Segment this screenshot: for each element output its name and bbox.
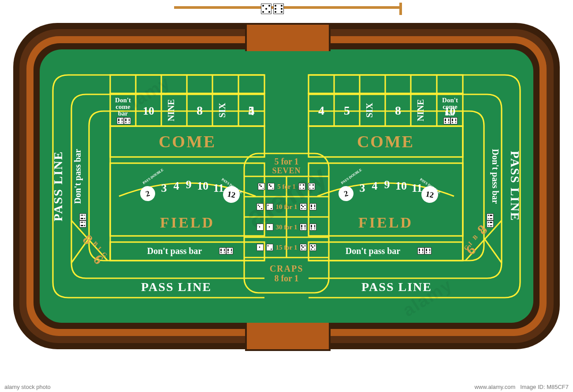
svg-text:Don't: Don't <box>442 97 458 104</box>
bar-dice-left-bot <box>219 247 233 256</box>
footer-right: www.alamy.com Image ID: M85CF7 <box>474 384 569 390</box>
prop-5-11: 10 for 1 <box>244 199 329 214</box>
svg-text:8 for 1: 8 for 1 <box>274 273 298 283</box>
svg-text:bar: bar <box>118 110 128 117</box>
svg-text:11: 11 <box>213 182 224 194</box>
svg-text:3: 3 <box>360 182 365 194</box>
point-10-right: 10 <box>437 105 463 118</box>
come-right: COME <box>357 132 414 151</box>
footer: alamy stock photo www.alamy.com Image ID… <box>0 384 573 390</box>
dont-pass-left-bottom: Don't pass bar <box>147 246 202 256</box>
dont-pass-right-vertical: Don't pass bar <box>490 149 500 204</box>
pass-line-right-bottom: PASS LINE <box>361 280 432 294</box>
craps-table-illustration: PASS LINE PASS LINE Don't pass bar Don't… <box>0 0 573 392</box>
svg-text:Don't: Don't <box>115 97 131 104</box>
svg-text:SIX: SIX <box>365 103 374 118</box>
svg-text:B: B <box>472 234 479 241</box>
field-right: FIELD <box>358 214 413 231</box>
prop-2-12: 30 for 1 <box>244 220 329 235</box>
bar-dice-left-vert <box>79 213 88 228</box>
svg-text:5: 5 <box>344 104 350 117</box>
footer-left: alamy stock photo <box>4 384 51 390</box>
svg-text:4: 4 <box>174 179 179 192</box>
betting-layout: PASS LINE PASS LINE Don't pass bar Don't… <box>0 0 573 392</box>
come-left: COME <box>159 132 216 151</box>
pass-line-left-bottom: PASS LINE <box>141 280 212 294</box>
svg-text:9: 9 <box>384 178 390 191</box>
prop-3-10: 15 for 1 <box>244 240 329 255</box>
svg-text:come: come <box>115 103 130 110</box>
svg-text:NINE: NINE <box>166 99 176 121</box>
svg-text:11: 11 <box>412 182 423 194</box>
svg-text:8: 8 <box>395 104 401 117</box>
bar-dice-right-bot <box>417 247 432 256</box>
svg-text:CRAPS: CRAPS <box>270 264 304 273</box>
bar-dice-right-dcb <box>443 117 458 126</box>
dont-pass-right-bottom: Don't pass bar <box>346 246 401 256</box>
svg-text:3: 3 <box>161 182 167 194</box>
svg-text:9: 9 <box>186 178 192 191</box>
point-4-left: 4 <box>238 104 264 118</box>
svg-text:4: 4 <box>372 179 378 192</box>
svg-text:SEVEN: SEVEN <box>272 166 301 175</box>
svg-text:10: 10 <box>143 105 154 117</box>
bar-dice-right-vert <box>485 213 494 228</box>
svg-text:5 for 1: 5 for 1 <box>274 157 298 166</box>
bar-dice-left-dcb <box>117 117 131 126</box>
svg-text:B: B <box>92 240 99 248</box>
prop-hard-6-8: 5 for 1 <box>244 179 329 194</box>
svg-text:NINE: NINE <box>416 99 425 121</box>
pass-line-left-vertical: PASS LINE <box>51 151 65 221</box>
svg-text:10: 10 <box>197 179 208 192</box>
svg-text:4: 4 <box>318 104 324 117</box>
dont-pass-left-vertical: Don't pass bar <box>73 149 83 204</box>
svg-text:10: 10 <box>395 179 407 192</box>
svg-text:SIX: SIX <box>217 103 227 118</box>
pass-line-right-vertical: PASS LINE <box>508 151 522 221</box>
svg-text:8: 8 <box>197 104 203 117</box>
field-left: FIELD <box>160 214 215 231</box>
